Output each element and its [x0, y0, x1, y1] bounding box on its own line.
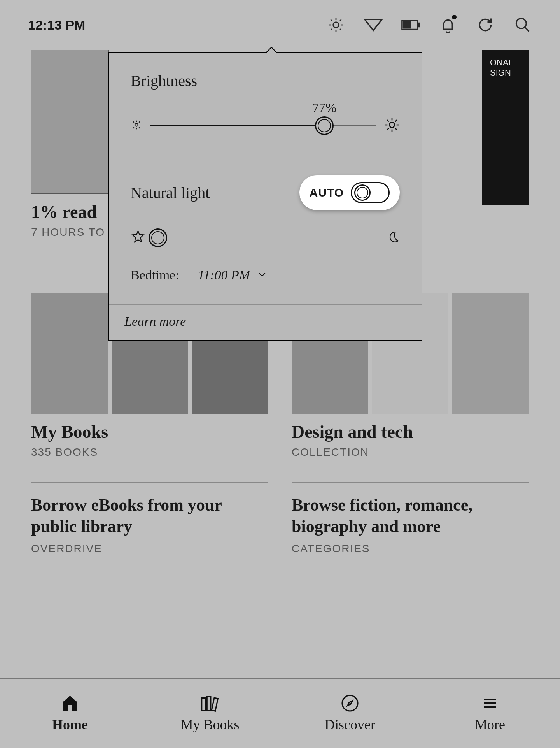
slider-thumb[interactable]	[315, 116, 334, 135]
svg-marker-32	[133, 231, 144, 242]
nav-label: My Books	[180, 716, 239, 733]
link-subtitle: CATEGORIES	[292, 543, 529, 555]
status-bar: 12:13 PM	[0, 0, 560, 50]
auto-toggle[interactable]: AUTO	[299, 175, 400, 210]
svg-line-7	[331, 29, 332, 30]
shelf-subtitle: 335 BOOKS	[31, 446, 268, 458]
sync-icon[interactable]	[476, 16, 495, 34]
status-icons	[327, 16, 532, 34]
nav-label: Home	[52, 716, 88, 733]
svg-rect-35	[212, 698, 218, 711]
sun-outline-icon	[131, 230, 145, 246]
brightness-heading: Brightness	[131, 72, 400, 90]
svg-line-13	[525, 27, 529, 32]
sun-small-icon	[131, 119, 142, 132]
auto-label: AUTO	[310, 186, 344, 199]
nav-my-books[interactable]: My Books	[140, 679, 280, 748]
svg-line-22	[139, 121, 140, 123]
svg-point-0	[333, 22, 339, 28]
home-icon	[61, 694, 79, 713]
link-title: Borrow eBooks from your public library	[31, 494, 268, 537]
collection-title[interactable]: Design and tech	[292, 421, 529, 442]
nav-label: More	[475, 716, 505, 733]
battery-icon[interactable]	[401, 16, 420, 34]
search-icon[interactable]	[513, 16, 532, 34]
bedtime-dropdown[interactable]: 11:00 PM	[198, 268, 267, 283]
svg-marker-37	[348, 701, 352, 706]
svg-rect-10	[418, 23, 419, 27]
svg-point-36	[342, 695, 358, 711]
svg-rect-34	[207, 697, 211, 711]
svg-point-14	[135, 123, 138, 126]
compass-icon	[341, 694, 359, 713]
svg-rect-11	[403, 22, 411, 28]
natural-light-slider[interactable]	[131, 230, 400, 246]
svg-point-23	[389, 122, 394, 127]
bell-icon[interactable]	[439, 16, 457, 34]
brightness-icon[interactable]	[327, 16, 345, 34]
notification-dot-icon	[452, 15, 457, 19]
bedtime-label: Bedtime:	[131, 268, 179, 283]
sun-large-icon	[384, 117, 400, 134]
shelf-title[interactable]: My Books	[31, 421, 268, 442]
link-subtitle: OVERDRIVE	[31, 543, 268, 555]
chevron-down-icon	[257, 268, 267, 283]
book-cover[interactable]	[452, 293, 529, 414]
wifi-icon[interactable]	[364, 16, 383, 34]
brightness-value: 77%	[312, 100, 336, 115]
brightness-slider[interactable]: 77%	[131, 117, 400, 134]
svg-line-28	[387, 120, 389, 122]
svg-line-20	[139, 127, 140, 128]
svg-rect-33	[202, 698, 206, 711]
svg-point-12	[516, 19, 527, 29]
slider-thumb[interactable]	[149, 228, 167, 247]
collection-subtitle: COLLECTION	[292, 446, 529, 458]
categories-link[interactable]: Browse fiction, romance, biography and m…	[292, 482, 529, 555]
svg-line-30	[387, 128, 389, 130]
books-icon	[200, 694, 220, 713]
svg-line-29	[395, 128, 397, 130]
nav-label: Discover	[325, 716, 375, 733]
natural-light-heading: Natural light	[131, 184, 210, 202]
nav-home[interactable]: Home	[0, 679, 140, 748]
menu-icon	[481, 694, 499, 713]
svg-line-6	[340, 29, 341, 30]
nav-more[interactable]: More	[420, 679, 560, 748]
book-cover[interactable]	[31, 50, 109, 194]
toggle-switch[interactable]	[351, 182, 390, 203]
bedtime-value: 11:00 PM	[198, 268, 250, 283]
svg-line-8	[340, 19, 341, 21]
book-cover[interactable]: ONALSIGN	[482, 50, 529, 205]
svg-line-31	[395, 120, 397, 122]
svg-line-21	[133, 127, 134, 128]
learn-more-link[interactable]: Learn more	[109, 305, 422, 340]
overdrive-link[interactable]: Borrow eBooks from your public library O…	[31, 482, 268, 555]
book-cover[interactable]	[31, 293, 108, 414]
svg-line-19	[133, 121, 134, 123]
bottom-nav: Home My Books Discover More	[0, 678, 560, 748]
link-title: Browse fiction, romance, biography and m…	[292, 494, 529, 537]
nav-discover[interactable]: Discover	[280, 679, 420, 748]
svg-line-5	[331, 19, 332, 21]
clock: 12:13 PM	[28, 18, 85, 33]
brightness-panel: Brightness 77%	[108, 52, 422, 341]
moon-icon	[387, 230, 400, 245]
